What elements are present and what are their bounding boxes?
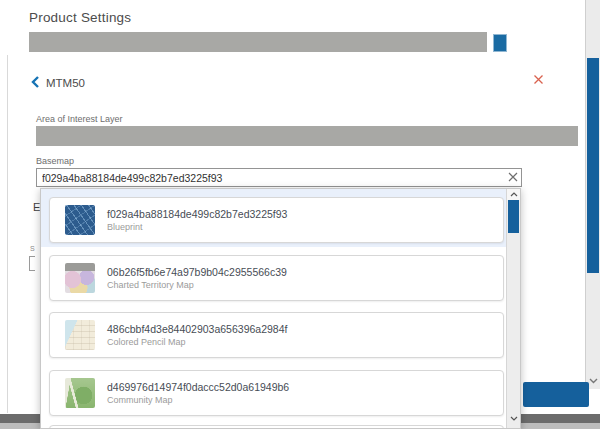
- colored-pencil-thumbnail: [65, 320, 95, 350]
- basemap-option-id: 486cbbf4d3e84402903a656396a2984f: [107, 322, 287, 336]
- basemap-option-community[interactable]: d469976d14974f0daccc52d0a61949b6 Communi…: [49, 370, 504, 416]
- primary-action-button[interactable]: [523, 382, 589, 407]
- basemap-option-colored-pencil[interactable]: 486cbbf4d3e84402903a656396a2984f Colored…: [49, 312, 504, 358]
- basemap-field-label: Basemap: [36, 156, 74, 166]
- basemap-option-name: Colored Pencil Map: [107, 336, 287, 348]
- dropdown-scrollbar-thumb[interactable]: [508, 200, 519, 233]
- basemap-option-id: d469976d14974f0daccc52d0a61949b6: [107, 380, 289, 394]
- chevron-down-icon[interactable]: [507, 413, 520, 424]
- blue-action-button[interactable]: [493, 34, 507, 52]
- basemap-option-id: 06b26f5fb6e74a97b9b04c2955566c39: [107, 265, 287, 279]
- aoi-field-label: Area of Interest Layer: [36, 114, 123, 124]
- product-settings-window: Product Settings MTM50 Area of Interest …: [0, 0, 600, 429]
- clear-x-icon: [508, 168, 518, 186]
- close-button[interactable]: [530, 72, 546, 88]
- obscured-label-fragment: S: [30, 245, 35, 252]
- back-label: MTM50: [46, 77, 85, 89]
- basemap-option-blueprint[interactable]: f029a4ba88184de499c82b7ed3225f93 Bluepri…: [49, 197, 504, 243]
- obscured-checkbox[interactable]: [29, 256, 35, 271]
- page-title: Product Settings: [29, 10, 131, 25]
- charted-territory-thumbnail: [65, 263, 95, 293]
- window-scrollbar-thumb[interactable]: [587, 58, 599, 273]
- chevron-up-icon[interactable]: [507, 189, 520, 200]
- basemap-option-name: Charted Territory Map: [107, 279, 287, 291]
- basemap-option-charted-territory[interactable]: 06b26f5fb6e74a97b9b04c2955566c39 Charted…: [49, 255, 504, 301]
- dropdown-scrollbar-track[interactable]: [506, 189, 520, 429]
- close-icon: [533, 71, 544, 89]
- redacted-header-bar: [29, 32, 487, 52]
- basemap-dropdown-list: f029a4ba88184de499c82b7ed3225f93 Bluepri…: [40, 188, 521, 429]
- basemap-option-name: Community Map: [107, 394, 289, 406]
- clear-input-button[interactable]: [505, 169, 521, 185]
- panel-left-border: [7, 55, 8, 413]
- basemap-input[interactable]: [36, 168, 522, 187]
- basemap-option-name: Blueprint: [107, 221, 287, 233]
- back-button[interactable]: MTM50: [31, 74, 85, 92]
- blueprint-thumbnail: [65, 205, 95, 235]
- chevron-left-icon: [31, 74, 39, 92]
- basemap-option-id: f029a4ba88184de499c82b7ed3225f93: [107, 207, 287, 221]
- basemap-option-partial[interactable]: [49, 425, 504, 429]
- community-map-thumbnail: [65, 378, 95, 408]
- aoi-redacted-field[interactable]: [36, 126, 578, 146]
